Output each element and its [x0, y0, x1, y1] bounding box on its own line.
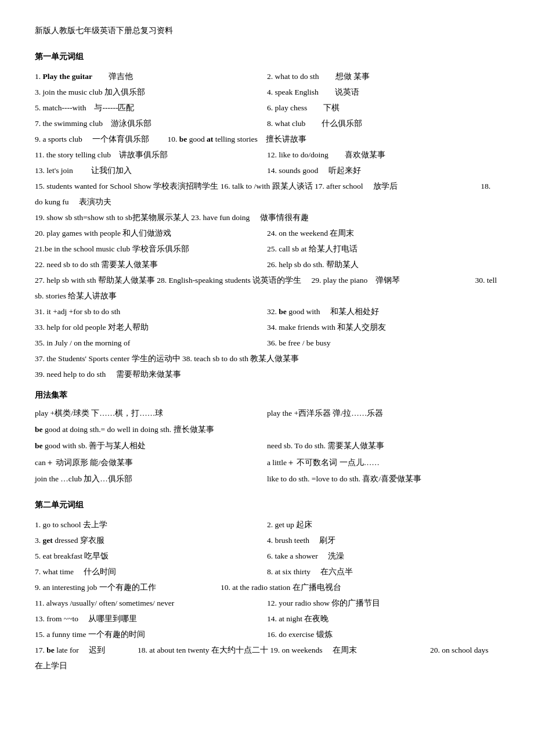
item-7: 7. the swimming club 游泳俱乐部 [35, 116, 267, 131]
usage-3-col1: be good with sb. 善于与某人相处 [35, 438, 267, 454]
page-title: 新版人教版七年级英语下册总复习资料 [35, 23, 499, 38]
item-19-23: 19. show sb sth=show sth to sb把某物展示某人 23… [35, 210, 309, 225]
u2-item-14: 14. at night 在夜晚 [267, 611, 499, 627]
u2-item-7: 7. what time 什么时间 [35, 564, 267, 579]
u2-item-9: 9. an interesting job 一个有趣的工作 [35, 579, 221, 595]
u2-item-8: 8. at six thirty 在六点半 [267, 564, 499, 579]
item-5: 5. match----with 与------匹配 [35, 100, 267, 116]
item-37-38: 37. the Students' Sports center 学生的运动中 3… [35, 351, 299, 366]
item-20: 20. play games with people 和人们做游戏 [35, 225, 267, 241]
usage-4-col2: a little＋ 不可数名词 一点儿…… [267, 455, 499, 471]
unit1-section: 第一单元词组 1. Play the guitar 弹吉他 2. what to… [35, 49, 499, 487]
u2-item-5: 5. eat breakfast 吃早饭 [35, 548, 267, 564]
item-2: 2. what to do sth 想做 某事 [267, 69, 499, 84]
item-4: 4. speak English 说英语 [267, 84, 499, 100]
usage-title: 用法集萃 [35, 388, 499, 402]
unit2-content: 1. go to school 去上学 2. get up 起床 3. get … [35, 517, 499, 674]
usage-3-col2: need sb. To do sth. 需要某人做某事 [267, 438, 499, 454]
usage-5-col1: join the …club 加入…俱乐部 [35, 471, 267, 487]
item-14: 14. sounds good 听起来好 [267, 163, 499, 178]
u2-item-13: 13. from ~~to 从哪里到哪里 [35, 611, 267, 627]
u2-item-11: 11. always /usually/ often/ sometimes/ n… [35, 595, 267, 611]
u2-item-10: 10. at the radio station 在广播电视台 [221, 579, 499, 595]
item-26: 26. help sb do sth. 帮助某人 [267, 257, 499, 272]
usage-2: be good at doing sth.= do well in doing … [35, 422, 214, 438]
unit1-title: 第一单元词组 [35, 49, 499, 64]
usage-1-col2: play the +西洋乐器 弹/拉……乐器 [267, 405, 499, 422]
item-25: 25. call sb at 给某人打电话 [267, 241, 499, 257]
u2-item-6: 6. take a shower 洗澡 [267, 548, 499, 564]
u2-item-12: 12. your radio show 你的广播节目 [267, 595, 499, 611]
item-39: 39. need help to do sth 需要帮助来做某事 [35, 366, 181, 382]
item-27-29: 27. help sb with sth 帮助某人做某事 28. English… [35, 272, 499, 304]
u2-item-16: 16. do exercise 锻炼 [267, 627, 499, 642]
item-3: 3. join the music club 加入俱乐部 [35, 84, 267, 100]
usage-1-col1: play +棋类/球类 下……棋，打……球 [35, 405, 267, 422]
item-22: 22. need sb to do sth 需要某人做某事 [35, 257, 267, 272]
item-12: 12. like to do/doing 喜欢做某事 [267, 147, 499, 163]
item-36: 36. be free / be busy [267, 335, 499, 351]
item-6: 6. play chess 下棋 [267, 100, 499, 116]
usage-4-col1: can＋ 动词原形 能/会做某事 [35, 455, 267, 471]
u2-item-15: 15. a funny time 一个有趣的时间 [35, 627, 267, 642]
unit2-section: 第二单元词组 1. go to school 去上学 2. get up 起床 … [35, 498, 499, 674]
u2-item-17-19: 17. be late for 迟到 18. at about ten twen… [35, 642, 499, 674]
item-8: 8. what club 什么俱乐部 [267, 116, 499, 131]
item-13: 13. let's join 让我们加入 [35, 163, 267, 178]
item-34: 34. make friends with 和某人交朋友 [267, 319, 499, 335]
unit2-title: 第二单元词组 [35, 498, 499, 512]
item-35: 35. in July / on the morning of [35, 335, 267, 351]
u2-item-4: 4. brush teeth 刷牙 [267, 532, 499, 548]
item-24: 24. on the weekend 在周末 [267, 225, 499, 241]
item-31: 31. it +adj +for sb to do sth [35, 304, 267, 319]
usage-block: play +棋类/球类 下……棋，打……球 play the +西洋乐器 弹/拉… [35, 405, 499, 488]
item-11: 11. the story telling club 讲故事俱乐部 [35, 147, 267, 163]
usage-5-col2: like to do sth. =love to do sth. 喜欢/喜爱做某… [267, 471, 499, 487]
item-21: 21.be in the school music club 学校音乐俱乐部 [35, 241, 267, 257]
u2-item-2: 2. get up 起床 [267, 517, 499, 532]
item-15-17: 15. students wanted for School Show 学校表演… [35, 178, 499, 210]
item-32: 32. be good with 和某人相处好 [267, 304, 499, 319]
u2-item-1: 1. go to school 去上学 [35, 517, 267, 532]
item-1: 1. Play the guitar 弹吉他 [35, 69, 267, 84]
item-33: 33. help for old people 对老人帮助 [35, 319, 267, 335]
unit1-content: 1. Play the guitar 弹吉他 2. what to do sth… [35, 69, 499, 382]
item-9: 9. a sports club 一个体育俱乐部 10. be good at … [35, 131, 306, 147]
u2-item-3: 3. get dressed 穿衣服 [35, 532, 267, 548]
